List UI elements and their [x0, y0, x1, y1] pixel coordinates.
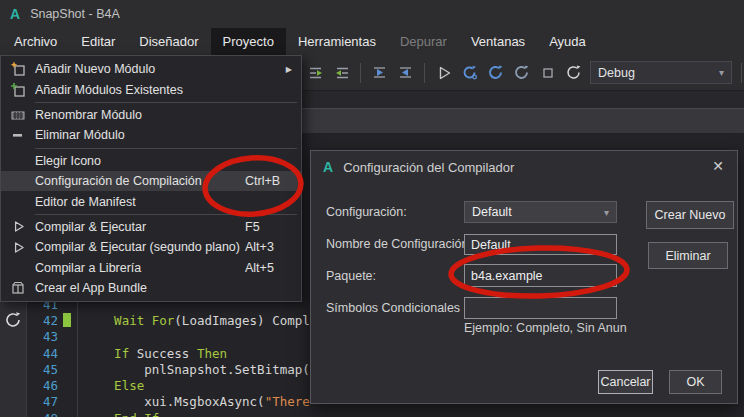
menu-item-compilar-ejecutar[interactable]: Compilar & Ejecutar F5 — [1, 217, 301, 237]
debug-mode-select[interactable]: Debug ▾ — [590, 61, 732, 84]
line-number: 46 — [0, 378, 58, 393]
menu-item-compilar-a-libreria[interactable]: Compilar a Librería Alt+5 — [1, 258, 301, 278]
menu-disenador[interactable]: Diseñador — [127, 28, 210, 55]
b4a-ide-window: 41 42 Wait For(LoadImages) Compl 43 44 I… — [0, 0, 744, 417]
submenu-arrow-icon: ▶ — [286, 65, 292, 74]
line-number: 47 — [0, 394, 58, 409]
menu-shortcut: Ctrl+B — [245, 174, 301, 188]
simbolos-condicionales-label: Símbolos Condicionales — [326, 301, 460, 315]
menu-item-anadir-modulos-existentes[interactable]: Añadir Módulos Existentes — [1, 79, 301, 99]
menu-item-elegir-icono[interactable]: Elegir Icono — [1, 151, 301, 171]
run-icon[interactable] — [434, 63, 453, 82]
menu-item-configuracion-de-compilacion[interactable]: Configuración de Compilación Ctrl+B — [1, 171, 301, 191]
menu-item-editor-de-manifest[interactable]: Editor de Manifest — [1, 191, 301, 211]
proyecto-dropdown-menu: Añadir Nuevo Módulo ▶ Añadir Módulos Exi… — [0, 55, 302, 302]
line-number: 45 — [0, 362, 58, 377]
toolbar-separator — [360, 63, 361, 83]
run-icon — [1, 219, 35, 234]
dialog-title: Configuración del Compilador — [343, 160, 514, 175]
code-line[interactable]: 48 End If — [0, 410, 744, 417]
menu-item-renombrar-modulo[interactable]: Renombrar Módulo — [1, 105, 301, 125]
menu-depurar[interactable]: Depurar — [388, 28, 459, 55]
toolbar-separator — [741, 63, 742, 83]
debug-mode-value: Debug — [598, 66, 635, 80]
paquete-label: Paquete: — [326, 269, 376, 283]
b4a-logo-icon: A — [10, 6, 20, 22]
run-icon — [1, 240, 35, 255]
add-new-module-icon — [1, 61, 35, 77]
cancelar-button[interactable]: Cancelar — [598, 370, 653, 394]
menu-item-anadir-nuevo-modulo[interactable]: Añadir Nuevo Módulo ▶ — [1, 59, 301, 79]
configuracion-label: Configuración: — [326, 205, 407, 219]
remove-module-icon — [1, 127, 35, 143]
menu-separator — [35, 148, 297, 149]
menu-proyecto[interactable]: Proyecto — [211, 28, 286, 55]
menu-bar: Archivo Editar Diseñador Proyecto Herram… — [0, 28, 744, 55]
simbolos-condicionales-input[interactable] — [464, 297, 617, 319]
paquete-input[interactable] — [464, 264, 617, 287]
indent-left-icon[interactable] — [306, 63, 325, 82]
line-number: 48 — [0, 411, 58, 417]
b4a-logo-icon: A — [323, 159, 333, 175]
menu-editar[interactable]: Editar — [69, 28, 127, 55]
menu-herramientas[interactable]: Herramientas — [286, 28, 388, 55]
chevron-down-icon: ▾ — [711, 67, 724, 78]
compiler-configuration-dialog: A Configuración del Compilador ✕ Configu… — [310, 150, 738, 404]
shift-lines-right-icon[interactable] — [396, 63, 415, 82]
dialog-title-bar: A Configuración del Compilador — [311, 151, 737, 183]
app-bundle-icon — [1, 280, 35, 296]
window-title: SnapShot - B4A — [30, 7, 120, 21]
menu-ventanas[interactable]: Ventanas — [459, 28, 537, 55]
menu-shortcut: Alt+5 — [245, 261, 301, 275]
changed-line-marker — [63, 313, 71, 327]
chevron-down-icon: ▾ — [604, 207, 609, 218]
nombre-configuracion-label: Nombre de Configuración: — [326, 237, 472, 251]
quick-search-icon[interactable] — [564, 63, 583, 82]
configuracion-value: Default — [472, 205, 512, 219]
shift-lines-left-icon[interactable] — [370, 63, 389, 82]
menu-shortcut: Alt+3 — [245, 240, 301, 254]
rename-module-icon — [1, 107, 35, 123]
indent-right-icon[interactable] — [332, 63, 351, 82]
menu-separator — [35, 102, 297, 103]
step-icon[interactable] — [512, 63, 531, 82]
restart-icon[interactable] — [486, 63, 505, 82]
menu-shortcut: F5 — [245, 220, 301, 234]
eliminar-button[interactable]: Eliminar — [648, 242, 728, 269]
menu-separator — [35, 214, 297, 215]
title-bar: A SnapShot - B4A — [0, 0, 744, 28]
menu-archivo[interactable]: Archivo — [2, 28, 69, 55]
nombre-configuracion-input[interactable] — [464, 234, 617, 255]
resumable-sub-icon — [2, 309, 24, 331]
crear-nuevo-button[interactable]: Crear Nuevo — [646, 201, 734, 229]
stop-icon[interactable] — [538, 63, 557, 82]
ok-button[interactable]: OK — [669, 370, 722, 394]
close-icon[interactable]: ✕ — [712, 158, 724, 174]
line-number: 44 — [0, 346, 58, 361]
menu-item-compilar-ejecutar-segundo-plano[interactable]: Compilar & Ejecutar (segundo plano) Alt+… — [1, 237, 301, 257]
menu-item-eliminar-modulo[interactable]: Eliminar Módulo — [1, 125, 301, 145]
toolbar-separator — [424, 63, 425, 83]
ejemplo-hint: Ejemplo: Completo, Sin Anun — [464, 321, 627, 335]
resume-icon[interactable] — [460, 63, 479, 82]
line-number: 43 — [0, 329, 58, 344]
menu-ayuda[interactable]: Ayuda — [537, 28, 598, 55]
menu-item-crear-el-app-bundle[interactable]: Crear el App Bundle — [1, 278, 301, 298]
configuracion-select[interactable]: Default ▾ — [464, 201, 617, 223]
add-existing-modules-icon — [1, 82, 35, 98]
